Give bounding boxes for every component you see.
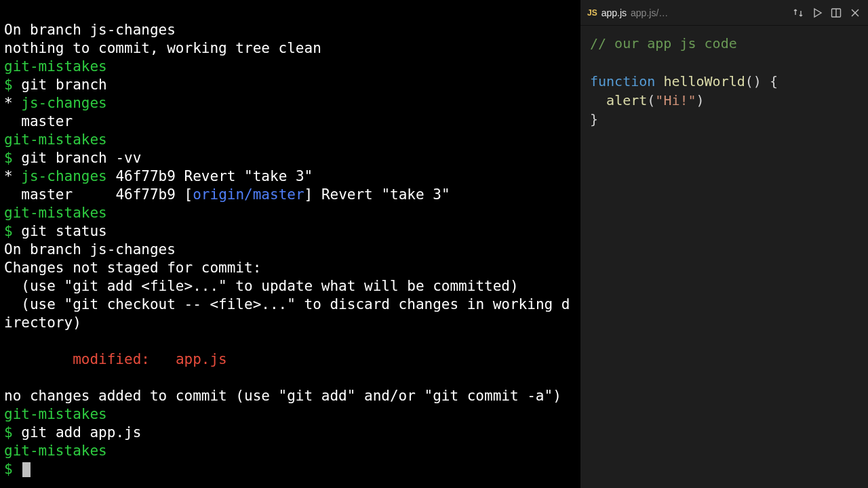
code-punct: } <box>590 111 598 127</box>
terminal-cwd: git-mistakes <box>4 131 107 148</box>
compare-changes-icon[interactable] <box>792 7 804 19</box>
terminal-output: no changes added to commit (use "git add… <box>4 388 561 404</box>
commit-hash: 46f77b9 <box>115 168 176 184</box>
terminal-cwd: git-mistakes <box>4 443 107 459</box>
close-icon[interactable] <box>849 7 861 19</box>
terminal-cwd: git-mistakes <box>4 58 107 75</box>
terminal-output: (use "git add <file>..." to update what … <box>4 278 519 294</box>
editor-tabbar: JS app.js app.js/… <box>580 0 868 26</box>
code-keyword: function <box>590 73 655 89</box>
code-indent <box>590 92 606 108</box>
prompt-symbol: $ <box>4 150 13 166</box>
code-function-name: helloWorld <box>663 73 745 89</box>
code-punct: () { <box>745 73 778 89</box>
branch-marker: * <box>4 95 13 111</box>
terminal-output: On branch js-changes <box>4 241 176 258</box>
prompt-symbol: $ <box>4 77 13 93</box>
bracket: [ <box>184 186 193 203</box>
editor-code-area[interactable]: // our app js code function helloWorld()… <box>580 26 868 137</box>
modified-file: app.js <box>176 351 227 367</box>
terminal-command: git add app.js <box>21 424 141 441</box>
code-string: "Hi!" <box>655 92 696 108</box>
terminal-command: git branch -vv <box>21 150 141 166</box>
current-branch: js-changes <box>21 95 106 111</box>
modified-label: modified: <box>4 351 176 367</box>
tab-path: app.js/… <box>631 7 668 18</box>
terminal-cwd: git-mistakes <box>4 406 107 422</box>
bracket: ] <box>304 186 313 203</box>
code-comment: // our app js code <box>590 35 737 52</box>
terminal-output: nothing to commit, working tree clean <box>4 40 321 56</box>
prompt-symbol: $ <box>4 424 13 441</box>
run-icon[interactable] <box>811 7 823 19</box>
terminal-pane[interactable]: On branch js-changes nothing to commit, … <box>0 0 580 488</box>
code-punct: ( <box>647 92 655 108</box>
upstream-ref: origin/master <box>193 186 304 203</box>
terminal-cwd: git-mistakes <box>4 205 107 221</box>
commit-msg: Revert "take 3" <box>321 186 450 203</box>
js-file-icon: JS <box>587 8 597 18</box>
commit-hash: 46f77b9 <box>115 186 176 203</box>
branch-marker: * <box>4 168 13 184</box>
current-branch: js-changes <box>21 168 106 184</box>
code-call: alert <box>606 92 647 108</box>
tab-filename: app.js <box>601 7 627 18</box>
terminal-cursor <box>22 462 31 477</box>
editor-tab-appjs[interactable]: JS app.js app.js/… <box>587 7 668 18</box>
terminal-output: Changes not staged for commit: <box>4 260 261 276</box>
terminal-command: git status <box>21 223 106 239</box>
prompt-symbol: $ <box>4 461 13 477</box>
split-editor-icon[interactable] <box>830 7 842 19</box>
other-branch: master <box>21 113 73 129</box>
prompt-symbol: $ <box>4 223 13 239</box>
code-punct: ) <box>696 92 705 108</box>
editor-pane: JS app.js app.js/… // our app js code fu… <box>580 0 868 488</box>
terminal-output: On branch js-changes <box>4 22 176 38</box>
terminal-command: git branch <box>21 77 106 93</box>
other-branch: master <box>21 186 73 203</box>
commit-msg: Revert "take 3" <box>184 168 313 184</box>
terminal-output: (use "git checkout -- <file>..." to disc… <box>4 296 570 331</box>
